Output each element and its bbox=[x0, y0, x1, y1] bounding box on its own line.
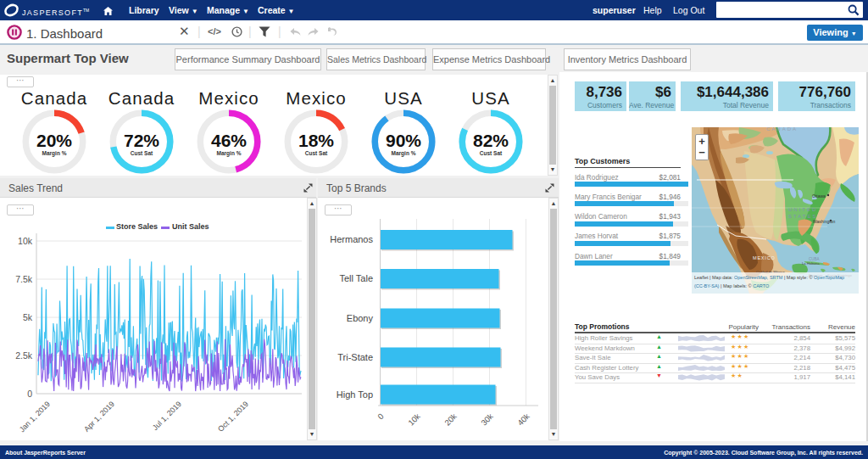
svg-text:La Habana: La Habana bbox=[802, 261, 820, 266]
svg-text:UNITED: UNITED bbox=[788, 207, 817, 212]
svg-text:Ottawa: Ottawa bbox=[812, 193, 826, 199]
svg-text:(CC-BY-SA) | Map labels: © CAR: (CC-BY-SA) | Map labels: © CARTO bbox=[694, 283, 770, 288]
svg-text:Leaflet | Map data: OpenStreet: Leaflet | Map data: OpenStreetMap, SRTM … bbox=[694, 275, 844, 280]
svg-text:MEXICO: MEXICO bbox=[753, 255, 776, 260]
svg-text:CANADA: CANADA bbox=[766, 127, 798, 132]
svg-text:Washington: Washington bbox=[813, 219, 835, 224]
